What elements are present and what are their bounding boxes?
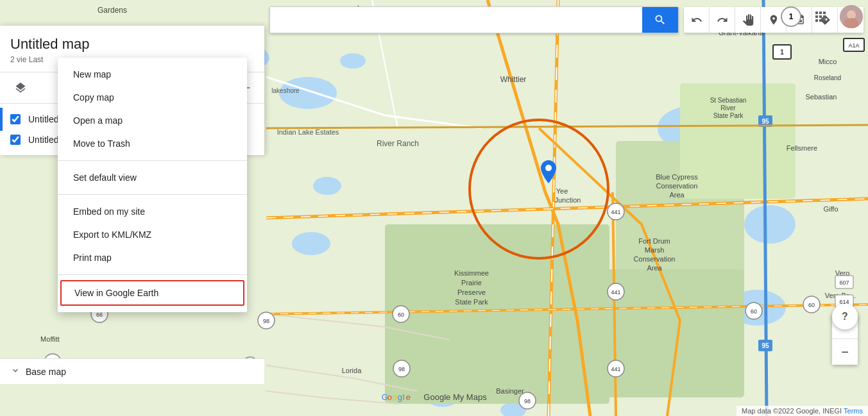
user-avatar[interactable] (840, 5, 863, 28)
svg-text:e: e (405, 392, 410, 402)
map-title: Untitled map (10, 36, 254, 53)
svg-text:Micco: Micco (819, 58, 837, 65)
svg-text:441: 441 (611, 366, 620, 372)
svg-text:60: 60 (808, 302, 815, 308)
svg-text:River Ranch: River Ranch (377, 139, 419, 148)
terms-link[interactable]: Terms (844, 407, 863, 415)
svg-text:St Sebastian: St Sebastian (710, 97, 747, 104)
svg-text:441: 441 (611, 289, 620, 295)
svg-text:Kissimmee: Kissimmee (454, 269, 489, 277)
set-default-view-item[interactable]: Set default view (58, 166, 247, 189)
attribution-text: Map data ©2022 Google, INEGI (742, 407, 842, 415)
top-toolbar (269, 6, 864, 33)
layer-1-accent (0, 108, 3, 131)
help-button[interactable]: ? (832, 304, 858, 329)
svg-text:98: 98 (398, 366, 405, 372)
map-attribution: Map data ©2022 Google, INEGI Terms (736, 406, 868, 416)
svg-text:lakeshore: lakeshore (271, 87, 300, 94)
views-count: 2 vie (10, 55, 26, 64)
svg-text:98: 98 (524, 398, 531, 404)
svg-text:Moffitt: Moffitt (40, 335, 60, 343)
layer-2-checkbox[interactable] (10, 135, 21, 145)
svg-text:98: 98 (263, 318, 269, 324)
svg-point-6 (744, 205, 796, 244)
new-map-item[interactable]: New map (58, 63, 247, 86)
print-map-item[interactable]: Print map (58, 246, 247, 269)
svg-text:Conservation: Conservation (656, 182, 698, 190)
svg-text:Basinger: Basinger (496, 387, 524, 395)
svg-text:A1A: A1A (848, 42, 859, 49)
svg-text:Indian Lake Estates: Indian Lake Estates (277, 128, 339, 136)
svg-text:o: o (392, 392, 396, 402)
layer-1-checkbox[interactable] (10, 114, 21, 124)
svg-text:Lorida: Lorida (342, 367, 362, 374)
svg-text:Preserve: Preserve (457, 288, 486, 296)
embed-site-item[interactable]: Embed on my site (58, 200, 247, 223)
move-to-trash-item[interactable]: Move to Trash (58, 132, 247, 155)
apps-grid-button[interactable] (809, 5, 832, 28)
svg-text:o: o (387, 392, 391, 402)
svg-text:Fort Drum: Fort Drum (638, 237, 670, 245)
route-number-badge: 1 (781, 6, 801, 27)
svg-text:State Park: State Park (713, 112, 744, 119)
google-mymaps-watermark: G o o g l e Google My Maps (381, 390, 486, 403)
menu-divider-2 (58, 194, 247, 195)
svg-text:1: 1 (780, 49, 784, 56)
svg-text:95: 95 (762, 342, 769, 349)
search-bar (269, 6, 679, 33)
svg-text:Sebastian: Sebastian (806, 93, 837, 101)
svg-text:60: 60 (751, 308, 757, 315)
svg-text:Roseland: Roseland (814, 74, 841, 81)
svg-text:State Park: State Park (455, 298, 488, 306)
svg-text:95: 95 (762, 118, 769, 125)
export-kml-item[interactable]: Export to KML/KMZ (58, 223, 247, 246)
svg-text:607: 607 (839, 279, 849, 286)
svg-text:Marsh: Marsh (645, 246, 665, 254)
pan-button[interactable] (735, 7, 761, 33)
base-map-section[interactable]: Base map (0, 358, 264, 384)
svg-text:Area: Area (647, 264, 662, 272)
svg-text:Area: Area (669, 191, 685, 199)
svg-text:Gardens: Gardens (98, 6, 127, 15)
open-map-item[interactable]: Open a map (58, 109, 247, 132)
svg-rect-16 (577, 269, 744, 397)
svg-text:Junction: Junction (555, 196, 581, 204)
svg-text:l: l (402, 392, 404, 402)
menu-divider-1 (58, 160, 247, 161)
svg-text:Whittier: Whittier (500, 75, 527, 84)
svg-text:River: River (720, 104, 736, 112)
svg-point-11 (292, 232, 330, 255)
search-input[interactable] (270, 7, 642, 33)
svg-point-3 (340, 53, 366, 69)
svg-text:66: 66 (96, 312, 103, 318)
svg-text:Blue Cypress: Blue Cypress (656, 173, 698, 181)
svg-text:441: 441 (611, 209, 620, 215)
svg-text:Giffo: Giffo (823, 205, 838, 213)
dropdown-menu: New map Copy map Open a map Move to Tras… (58, 58, 247, 312)
layers-icon (10, 78, 31, 98)
redo-button[interactable] (710, 7, 735, 33)
svg-text:Prairie: Prairie (461, 279, 482, 287)
svg-point-91 (847, 10, 856, 19)
menu-divider-3 (58, 274, 247, 275)
svg-text:Conservation: Conservation (634, 255, 676, 263)
svg-text:Yee: Yee (556, 187, 568, 195)
last-text: Last (29, 55, 44, 64)
base-map-label: Base map (26, 367, 66, 377)
top-right-actions: 1 (781, 5, 863, 28)
mymaps-text: Google My Maps (423, 392, 486, 402)
svg-text:Fellsmere: Fellsmere (787, 144, 817, 152)
view-google-earth-item[interactable]: View in Google Earth (60, 280, 244, 306)
svg-text:60: 60 (398, 312, 404, 318)
undo-button[interactable] (684, 7, 710, 33)
zoom-out-button[interactable]: − (832, 339, 858, 365)
svg-text:g: g (397, 392, 402, 402)
svg-point-12 (313, 177, 341, 195)
copy-map-item[interactable]: Copy map (58, 86, 247, 109)
search-button[interactable] (642, 7, 678, 33)
chevron-down-icon (10, 365, 21, 378)
